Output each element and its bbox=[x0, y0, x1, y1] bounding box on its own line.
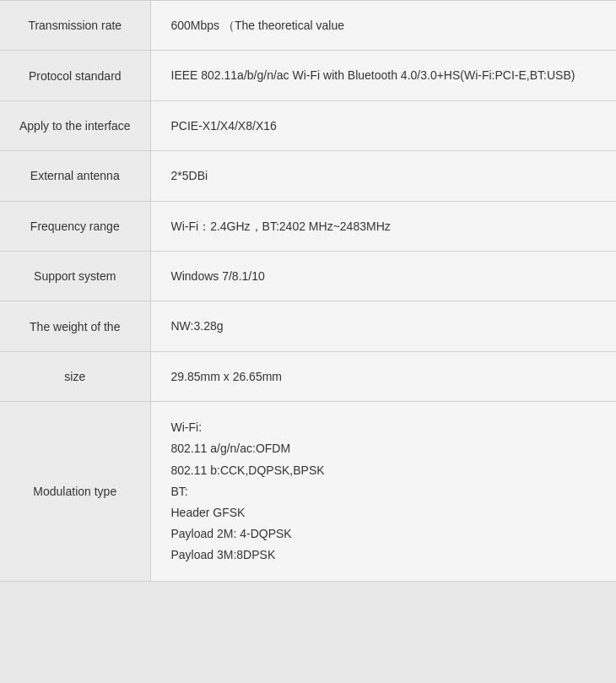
value-line: Windows 7/8.1/10 bbox=[171, 267, 597, 285]
spec-table: Transmission rate600Mbps （The theoretica… bbox=[0, 0, 616, 582]
label-apply-interface: Apply to the interface bbox=[0, 100, 150, 150]
table-row: Frequency rangeWi-Fi：2.4GHz，BT:2402 MHz~… bbox=[0, 201, 616, 251]
value-line: PCIE-X1/X4/X8/X16 bbox=[171, 117, 597, 135]
value-apply-interface: PCIE-X1/X4/X8/X16 bbox=[150, 100, 616, 150]
value-line: 802.11 a/g/n/ac:OFDM bbox=[171, 438, 597, 459]
value-line: BT: bbox=[171, 481, 597, 502]
label-transmission-rate: Transmission rate bbox=[0, 1, 150, 51]
value-line: 2*5DBi bbox=[171, 166, 597, 185]
value-line: 600Mbps （The theoretical value bbox=[171, 16, 597, 35]
value-line: Header GFSK bbox=[171, 502, 597, 523]
label-external-antenna: External antenna bbox=[0, 151, 150, 201]
table-row: The weight of theNW:3.28g bbox=[0, 301, 616, 351]
value-protocol-standard: IEEE 802.11a/b/g/n/ac Wi-Fi with Bluetoo… bbox=[150, 51, 616, 100]
value-line: Wi-Fi: bbox=[171, 417, 597, 438]
value-line: Payload 3M:8DPSK bbox=[171, 545, 597, 566]
value-line: NW:3.28g bbox=[171, 317, 597, 335]
value-line: 802.11 b:CCK,DQPSK,BPSK bbox=[171, 460, 597, 481]
label-modulation-type: Modulation type bbox=[0, 402, 150, 582]
table-row: Protocol standardIEEE 802.11a/b/g/n/ac W… bbox=[0, 51, 616, 100]
label-support-system: Support system bbox=[0, 251, 150, 301]
value-line: 29.85mm x 26.65mm bbox=[171, 367, 597, 386]
value-size: 29.85mm x 26.65mm bbox=[150, 351, 616, 401]
value-line: Wi-Fi：2.4GHz，BT:2402 MHz~2483MHz bbox=[171, 217, 597, 236]
table-row: Transmission rate600Mbps （The theoretica… bbox=[0, 1, 616, 51]
value-line: IEEE 802.11a/b/g/n/ac Wi-Fi with Bluetoo… bbox=[171, 66, 597, 84]
table-row: Support systemWindows 7/8.1/10 bbox=[0, 251, 616, 301]
value-line: Payload 2M: 4-DQPSK bbox=[171, 523, 597, 545]
label-frequency-range: Frequency range bbox=[0, 201, 150, 251]
table-row: Apply to the interfacePCIE-X1/X4/X8/X16 bbox=[0, 100, 616, 150]
table-row: Modulation typeWi-Fi:802.11 a/g/n/ac:OFD… bbox=[0, 402, 616, 582]
table-row: size29.85mm x 26.65mm bbox=[0, 351, 616, 401]
value-weight: NW:3.28g bbox=[150, 301, 616, 351]
label-weight: The weight of the bbox=[0, 301, 150, 351]
value-support-system: Windows 7/8.1/10 bbox=[150, 251, 616, 301]
value-transmission-rate: 600Mbps （The theoretical value bbox=[150, 1, 616, 51]
value-frequency-range: Wi-Fi：2.4GHz，BT:2402 MHz~2483MHz bbox=[150, 201, 616, 251]
table-row: External antenna2*5DBi bbox=[0, 151, 616, 201]
value-external-antenna: 2*5DBi bbox=[150, 151, 616, 201]
label-protocol-standard: Protocol standard bbox=[0, 51, 150, 100]
label-size: size bbox=[0, 351, 150, 401]
value-modulation-type: Wi-Fi:802.11 a/g/n/ac:OFDM802.11 b:CCK,D… bbox=[150, 402, 616, 582]
